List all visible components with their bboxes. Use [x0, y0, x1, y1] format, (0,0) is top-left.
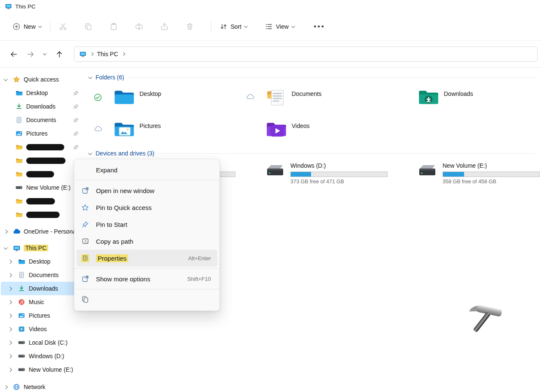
breadcrumb[interactable]: This PC [97, 51, 118, 57]
menu-item-pin-to-start[interactable]: Pin to Start [77, 216, 217, 233]
menu-item-expand[interactable]: Expand [77, 161, 217, 178]
sidebar-item-this-pc[interactable]: This PC [1, 241, 82, 255]
sidebar-item-pc-windows-d[interactable]: Windows (D:) [1, 349, 82, 363]
sidebar-item-redacted[interactable] [1, 154, 82, 167]
chevron-down-icon [38, 24, 42, 27]
context-menu: Expand Open in new window Pin to Quick a… [74, 159, 220, 311]
star-icon [13, 76, 20, 83]
new-button[interactable]: New [8, 19, 46, 34]
chevron-right-icon [8, 313, 12, 318]
chevron-right-icon [8, 286, 12, 291]
up-button[interactable] [51, 46, 68, 62]
sidebar-item-pc-music[interactable]: Music [1, 295, 82, 309]
menu-item-label: Pin to Quick access [96, 204, 152, 211]
open-new-window-icon [81, 187, 89, 195]
chevron-down-icon [292, 24, 295, 27]
sidebar-item-pc-pictures[interactable]: Pictures [1, 309, 82, 322]
sidebar-item-network[interactable]: Network [1, 380, 82, 392]
scissors-icon [59, 22, 67, 31]
plus-icon [13, 23, 20, 30]
folder-tile-documents[interactable]: Documents [246, 87, 390, 112]
sidebar-item-downloads[interactable]: Downloads [1, 100, 82, 113]
delete-button[interactable] [181, 18, 198, 35]
sidebar-item-pc-local-disk-c[interactable]: Local Disk (C:) [1, 336, 82, 349]
rename-button[interactable] [131, 18, 148, 35]
cut-button[interactable] [55, 18, 71, 35]
drive-name: Windows (D:) [290, 162, 326, 169]
menu-separator [74, 180, 219, 180]
folders-group-header[interactable]: Folders (6) [89, 74, 535, 81]
cloud-status-icon [94, 125, 103, 132]
drive-name: New Volume (E:) [443, 162, 487, 169]
folder-tile-downloads[interactable]: Downloads [398, 87, 541, 112]
share-button[interactable] [156, 18, 173, 35]
sidebar-item-redacted[interactable] [1, 167, 82, 181]
redacted-label [26, 212, 60, 218]
hammer-cursor-image [466, 302, 506, 338]
chevron-down-icon [3, 77, 8, 81]
sidebar-item-pictures[interactable]: Pictures [1, 127, 82, 140]
drive-icon [18, 339, 25, 346]
menu-item-label: Show more options [96, 275, 150, 283]
folders-group-label: Folders (6) [96, 74, 124, 81]
forward-button[interactable] [22, 46, 39, 62]
folder-tile-desktop[interactable]: Desktop [94, 87, 238, 112]
sidebar-item-redacted[interactable] [1, 208, 82, 221]
pin-icon [73, 104, 79, 109]
sidebar-item-onedrive[interactable]: OneDrive - Personal [1, 225, 82, 238]
sidebar-item-new-volume-e[interactable]: New Volume (E:) [1, 181, 82, 194]
trash-icon [186, 22, 194, 31]
menu-item-copy-as-path[interactable]: Copy as path [77, 233, 217, 250]
pin-icon [73, 131, 79, 136]
sort-button-label: Sort [231, 23, 242, 30]
devices-group-header[interactable]: Devices and drives (3) [89, 150, 535, 157]
recent-locations-button[interactable] [39, 46, 51, 62]
sort-button[interactable]: Sort [216, 19, 251, 34]
sidebar-item-pc-downloads[interactable]: Downloads [1, 282, 82, 295]
folder-name: Documents [292, 90, 322, 97]
menu-item-properties[interactable]: Properties Alt+Enter [77, 250, 217, 267]
paste-button[interactable] [105, 18, 122, 35]
pin-icon [73, 90, 79, 96]
onedrive-cloud-icon [13, 228, 20, 235]
back-button[interactable] [5, 46, 22, 62]
share-icon [160, 22, 169, 31]
more-options-button[interactable]: ••• [309, 19, 329, 34]
address-bar[interactable]: This PC [74, 46, 538, 62]
copy-button[interactable] [80, 18, 97, 35]
sidebar-item-pc-documents[interactable]: Documents [1, 268, 82, 282]
drive-tile-windows-d[interactable]: Windows (D:) 373 GB free of 471 GB [246, 161, 391, 188]
folder-icon [16, 158, 23, 164]
copy-icon [84, 22, 93, 31]
sidebar-item-documents[interactable]: Documents [1, 113, 82, 127]
copy-path-icon [81, 237, 89, 245]
paste-icon [109, 22, 118, 31]
chevron-right-icon [90, 52, 93, 56]
rename-icon [135, 22, 143, 31]
sidebar-item-pc-desktop[interactable]: Desktop [1, 255, 82, 268]
copy-icon [81, 295, 89, 303]
folder-name: Pictures [139, 122, 161, 129]
menu-item-show-more-options[interactable]: Show more options Shift+F10 [77, 270, 217, 287]
folder-tile-videos[interactable]: Videos [246, 119, 390, 144]
sidebar-item-desktop[interactable]: Desktop [1, 86, 82, 100]
drive-icon [265, 163, 285, 179]
menu-item-label: Expand [96, 166, 117, 174]
sidebar-item-pc-new-volume-e[interactable]: New Volume (E:) [1, 363, 82, 376]
menu-item-pin-to-quick-access[interactable]: Pin to Quick access [77, 199, 217, 216]
sidebar-item-quick-access[interactable]: Quick access [1, 73, 82, 86]
menu-item-open-in-new-window[interactable]: Open in new window [77, 182, 217, 199]
collapse-chevron-icon[interactable] [88, 151, 93, 155]
collapse-chevron-icon[interactable] [88, 75, 93, 79]
sidebar-item-pc-videos[interactable]: Videos [1, 322, 82, 336]
folder-icon [16, 171, 23, 177]
view-button[interactable]: View [261, 19, 299, 34]
properties-icon [81, 254, 89, 262]
sidebar-item-redacted[interactable] [1, 140, 82, 154]
sync-complete-icon [94, 93, 102, 101]
folder-tile-pictures[interactable]: Pictures [94, 119, 238, 144]
menu-item-copy[interactable] [77, 291, 217, 307]
sidebar-item-redacted[interactable] [1, 194, 82, 208]
drive-tile-new-volume-e[interactable]: New Volume (E:) 358 GB free of 458 GB [398, 161, 541, 188]
redacted-label [26, 144, 64, 150]
